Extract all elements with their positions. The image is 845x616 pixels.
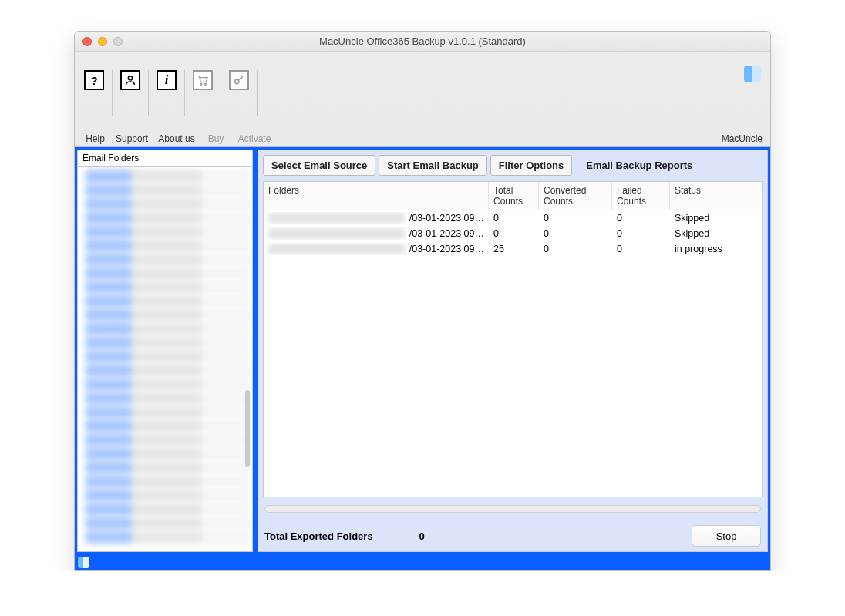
folder-item[interactable] xyxy=(86,225,252,238)
cell-converted: 0 xyxy=(539,227,612,240)
exported-label: Total Exported Folders xyxy=(264,530,373,542)
toolbar-divider xyxy=(75,146,770,147)
table-row[interactable]: /03-01-2023 09… 0 0 0 Skipped xyxy=(264,210,762,226)
folder-item[interactable] xyxy=(86,447,252,460)
help-button[interactable]: ? xyxy=(81,70,113,116)
folder-item[interactable] xyxy=(86,378,252,391)
folder-item[interactable] xyxy=(86,308,252,321)
support-label: Support xyxy=(109,133,154,144)
tabs: Select Email Source Start Email Backup F… xyxy=(263,155,763,176)
cell-failed: 0 xyxy=(612,227,670,240)
folder-item[interactable] xyxy=(86,322,252,335)
buy-label: Buy xyxy=(199,133,233,144)
email-folders-title: Email Folders xyxy=(78,150,252,167)
cell-status: in progress xyxy=(670,243,762,255)
folder-item[interactable] xyxy=(86,336,252,349)
cell-status: Skipped xyxy=(670,212,762,224)
question-icon: ? xyxy=(84,70,104,90)
tab-filter-options[interactable]: Filter Options xyxy=(490,155,573,176)
cell-total: 25 xyxy=(489,243,539,255)
activate-button[interactable] xyxy=(221,70,258,116)
footer-row: Total Exported Folders 0 Stop xyxy=(263,525,763,547)
right-panel: Select Email Source Start Email Backup F… xyxy=(258,150,768,552)
cell-folder: /03-01-2023 09… xyxy=(264,243,489,255)
report-table: Folders Total Counts Converted Counts Fa… xyxy=(263,181,763,497)
folder-item[interactable] xyxy=(86,364,252,377)
folder-item[interactable] xyxy=(86,489,252,502)
folder-item[interactable] xyxy=(86,461,252,474)
cell-total: 0 xyxy=(489,227,539,240)
folder-item[interactable] xyxy=(86,197,252,210)
brand-label: MacUncle xyxy=(722,133,763,144)
cart-icon xyxy=(193,70,213,90)
toolbar: ? i Help Supp xyxy=(75,52,770,147)
folder-item[interactable] xyxy=(86,295,252,308)
activate-label: Activate xyxy=(233,133,276,144)
folder-item[interactable] xyxy=(86,170,252,183)
folder-item[interactable] xyxy=(86,530,252,544)
person-icon xyxy=(120,70,140,90)
window-title: MacUncle Office365 Backup v1.0.1 (Standa… xyxy=(75,35,770,47)
info-icon: i xyxy=(157,70,177,90)
svg-point-2 xyxy=(204,83,206,85)
cell-status: Skipped xyxy=(670,227,762,240)
email-folders-list[interactable] xyxy=(78,167,252,551)
folder-item[interactable] xyxy=(86,211,252,224)
cell-folder: /03-01-2023 09… xyxy=(264,212,489,224)
tab-select-source[interactable]: Select Email Source xyxy=(263,155,375,176)
scrollbar-thumb[interactable] xyxy=(245,390,250,467)
folder-item[interactable] xyxy=(86,183,252,197)
cell-converted: 0 xyxy=(539,243,612,255)
folder-item[interactable] xyxy=(86,433,252,446)
status-bar xyxy=(75,554,770,570)
th-total: Total Counts xyxy=(489,182,539,210)
cell-failed: 0 xyxy=(612,243,670,255)
app-window: MacUncle Office365 Backup v1.0.1 (Standa… xyxy=(74,31,771,571)
folder-item[interactable] xyxy=(86,267,252,280)
th-failed: Failed Counts xyxy=(612,182,670,210)
table-row[interactable]: /03-01-2023 09… 0 0 0 Skipped xyxy=(264,226,762,241)
table-header: Folders Total Counts Converted Counts Fa… xyxy=(264,182,762,210)
toolbar-labels: Help Support About us Buy Activate xyxy=(81,133,276,144)
support-button[interactable] xyxy=(113,70,149,116)
table-body: /03-01-2023 09… 0 0 0 Skipped /03-01-202… xyxy=(264,210,762,497)
stop-button[interactable]: Stop xyxy=(692,525,761,547)
about-button[interactable]: i xyxy=(149,70,185,116)
folder-item[interactable] xyxy=(86,239,252,252)
table-row[interactable]: /03-01-2023 09… 25 0 0 in progress xyxy=(264,241,762,257)
cell-converted: 0 xyxy=(539,212,612,224)
svg-point-3 xyxy=(235,79,239,83)
folder-item[interactable] xyxy=(86,392,252,405)
folder-item[interactable] xyxy=(86,503,252,516)
cell-total: 0 xyxy=(489,212,539,224)
cell-folder: /03-01-2023 09… xyxy=(264,227,489,240)
th-converted: Converted Counts xyxy=(539,182,612,210)
folder-item[interactable] xyxy=(86,475,252,488)
exported-value: 0 xyxy=(419,530,425,542)
th-status: Status xyxy=(670,182,762,210)
key-icon xyxy=(229,70,249,90)
help-label: Help xyxy=(81,133,109,144)
cell-failed: 0 xyxy=(612,212,670,224)
exported-summary: Total Exported Folders 0 xyxy=(264,530,425,542)
macuncle-logo-icon xyxy=(744,66,761,82)
about-label: About us xyxy=(154,133,199,144)
svg-point-1 xyxy=(200,83,202,85)
buy-button[interactable] xyxy=(185,70,221,116)
tab-start-backup[interactable]: Start Email Backup xyxy=(379,155,487,176)
email-folders-panel: Email Folders xyxy=(77,150,253,552)
folder-item[interactable] xyxy=(86,350,252,363)
macuncle-small-icon xyxy=(78,557,89,568)
progress-bar xyxy=(264,505,761,513)
th-folders: Folders xyxy=(264,182,489,210)
tab-backup-reports[interactable]: Email Backup Reports xyxy=(575,156,700,175)
folder-item[interactable] xyxy=(86,517,252,530)
main-body: Email Folders xyxy=(75,147,770,554)
titlebar: MacUncle Office365 Backup v1.0.1 (Standa… xyxy=(75,32,770,52)
folder-item[interactable] xyxy=(86,253,252,266)
folder-item[interactable] xyxy=(86,419,252,433)
folder-item[interactable] xyxy=(86,281,252,294)
svg-point-0 xyxy=(128,76,132,80)
folder-item[interactable] xyxy=(86,406,252,419)
